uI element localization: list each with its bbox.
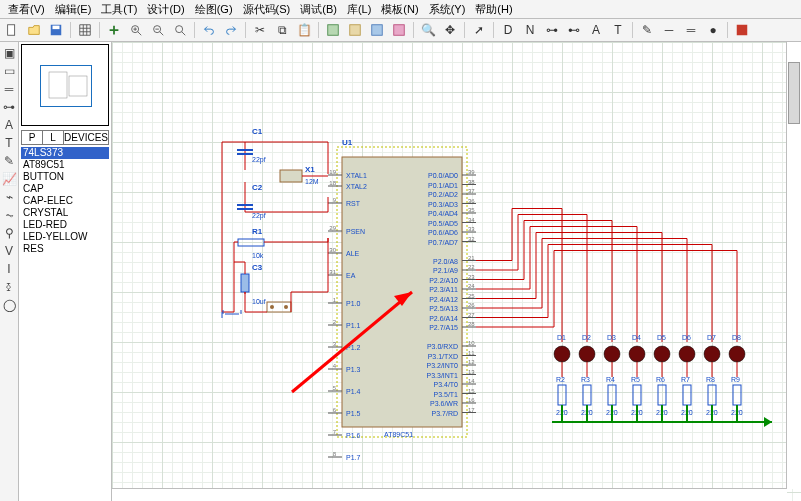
left-tool-2d[interactable]: ◯ (2, 298, 16, 312)
svg-rect-166 (558, 385, 566, 405)
led-d2[interactable] (579, 346, 595, 362)
device-item-button[interactable]: BUTTON (21, 171, 109, 183)
toolbar-sep (99, 22, 100, 38)
svg-text:17: 17 (468, 407, 475, 413)
toolbar-zoom-all[interactable] (170, 20, 190, 40)
toolbar-plus[interactable] (104, 20, 124, 40)
svg-text:22pf: 22pf (252, 156, 266, 164)
device-item-led-red[interactable]: LED-RED (21, 219, 109, 231)
toolbar-bus[interactable]: ═ (681, 20, 701, 40)
svg-text:P0.6/AD6: P0.6/AD6 (428, 229, 458, 236)
menu-item-9[interactable]: 系统(Y) (425, 1, 470, 18)
toolbar-zoom-out[interactable] (148, 20, 168, 40)
device-item-74ls373[interactable]: 74LS373 (21, 147, 109, 159)
toolbar-term[interactable]: ⊷ (564, 20, 584, 40)
toolbar-block4[interactable] (389, 20, 409, 40)
toolbar-new[interactable] (2, 20, 22, 40)
device-item-cap-elec[interactable]: CAP-ELEC (21, 195, 109, 207)
left-tool-script[interactable]: ✎ (2, 154, 16, 168)
svg-text:9: 9 (333, 197, 337, 203)
toolbar-net[interactable]: N (520, 20, 540, 40)
led-d4[interactable] (629, 346, 645, 362)
menu-item-6[interactable]: 调试(B) (296, 1, 341, 18)
toolbar-arrow[interactable]: ➚ (469, 20, 489, 40)
device-tabs: P L DEVICES (21, 130, 109, 145)
toolbar-junction[interactable]: ● (703, 20, 723, 40)
menu-item-1[interactable]: 编辑(E) (51, 1, 96, 18)
device-item-at89c51[interactable]: AT89C51 (21, 159, 109, 171)
toolbar-device[interactable]: D (498, 20, 518, 40)
left-tool-instrument[interactable]: ⧰ (2, 280, 16, 294)
svg-text:13: 13 (468, 369, 475, 375)
toolbar-block1[interactable] (323, 20, 343, 40)
left-tool-probe[interactable]: ⚲ (2, 226, 16, 240)
toolbar-paste[interactable]: 📋 (294, 20, 314, 40)
left-tool-label[interactable]: A (2, 118, 16, 132)
svg-text:P1.7: P1.7 (346, 454, 361, 461)
toolbar-report[interactable] (732, 20, 752, 40)
vertical-scrollbar[interactable] (786, 42, 801, 489)
toolbar-wire[interactable]: ─ (659, 20, 679, 40)
device-item-led-yellow[interactable]: LED-YELLOW (21, 231, 109, 243)
toolbar-sep (464, 22, 465, 38)
device-item-crystal[interactable]: CRYSTAL (21, 207, 109, 219)
svg-text:P1.1: P1.1 (346, 322, 361, 329)
device-tab-p[interactable]: P (22, 131, 43, 144)
toolbar-save[interactable] (46, 20, 66, 40)
device-list[interactable]: 74LS373AT89C51BUTTONCAPCAP-ELECCRYSTALLE… (21, 147, 109, 255)
svg-text:P2.0/A8: P2.0/A8 (433, 258, 458, 265)
toolbar-text[interactable]: T (608, 20, 628, 40)
svg-text:D7: D7 (707, 334, 716, 341)
toolbar-script[interactable]: ✎ (637, 20, 657, 40)
led-d8[interactable] (729, 346, 745, 362)
toolbar-block3[interactable] (367, 20, 387, 40)
left-tool-text[interactable]: T (2, 136, 16, 150)
led-d5[interactable] (654, 346, 670, 362)
menu-item-3[interactable]: 设计(D) (143, 1, 188, 18)
left-tool-current[interactable]: I (2, 262, 16, 276)
left-tool-terminal[interactable]: ⊶ (2, 100, 16, 114)
toolbar-cut[interactable]: ✂ (250, 20, 270, 40)
schematic-canvas[interactable]: U1AT89C51XTAL119XTAL218RST9PSEN29ALE30EA… (112, 42, 801, 501)
menu-item-10[interactable]: 帮助(H) (471, 1, 516, 18)
menu-item-0[interactable]: 查看(V) (4, 1, 49, 18)
left-tool-component[interactable]: ▭ (2, 64, 16, 78)
device-item-cap[interactable]: CAP (21, 183, 109, 195)
led-d6[interactable] (679, 346, 695, 362)
led-d1[interactable] (554, 346, 570, 362)
led-d7[interactable] (704, 346, 720, 362)
svg-text:10k: 10k (252, 252, 264, 259)
left-tool-voltage[interactable]: V (2, 244, 16, 258)
left-tool-tape[interactable]: ⌁ (2, 190, 16, 204)
left-tool-select[interactable]: ▣ (2, 46, 16, 60)
svg-text:P1.6: P1.6 (346, 432, 361, 439)
menu-item-4[interactable]: 绘图(G) (191, 1, 237, 18)
toolbar-grid[interactable] (75, 20, 95, 40)
overview-window[interactable] (21, 44, 109, 126)
svg-text:10: 10 (468, 340, 475, 346)
toolbar-open[interactable] (24, 20, 44, 40)
left-tool-graph[interactable]: 📈 (2, 172, 16, 186)
horizontal-scrollbar[interactable] (112, 488, 787, 501)
device-item-res[interactable]: RES (21, 243, 109, 255)
device-tab-l[interactable]: L (43, 131, 64, 144)
led-d3[interactable] (604, 346, 620, 362)
svg-text:28: 28 (468, 321, 475, 327)
left-tool-generator[interactable]: ⏦ (2, 208, 16, 222)
menu-item-8[interactable]: 模板(N) (377, 1, 422, 18)
toolbar-undo[interactable] (199, 20, 219, 40)
toolbar-redo[interactable] (221, 20, 241, 40)
menu-item-2[interactable]: 工具(T) (97, 1, 141, 18)
left-tool-bus[interactable]: ═ (2, 82, 16, 96)
toolbar-find[interactable]: 🔍 (418, 20, 438, 40)
toolbar-move[interactable]: ✥ (440, 20, 460, 40)
vertical-scroll-thumb[interactable] (788, 62, 800, 124)
device-tab-devices[interactable]: DEVICES (64, 131, 108, 144)
toolbar-label[interactable]: A (586, 20, 606, 40)
toolbar-pin[interactable]: ⊶ (542, 20, 562, 40)
toolbar-zoom-in[interactable] (126, 20, 146, 40)
toolbar-copy[interactable]: ⧉ (272, 20, 292, 40)
menu-item-5[interactable]: 源代码(S) (239, 1, 295, 18)
toolbar-block2[interactable] (345, 20, 365, 40)
menu-item-7[interactable]: 库(L) (343, 1, 375, 18)
